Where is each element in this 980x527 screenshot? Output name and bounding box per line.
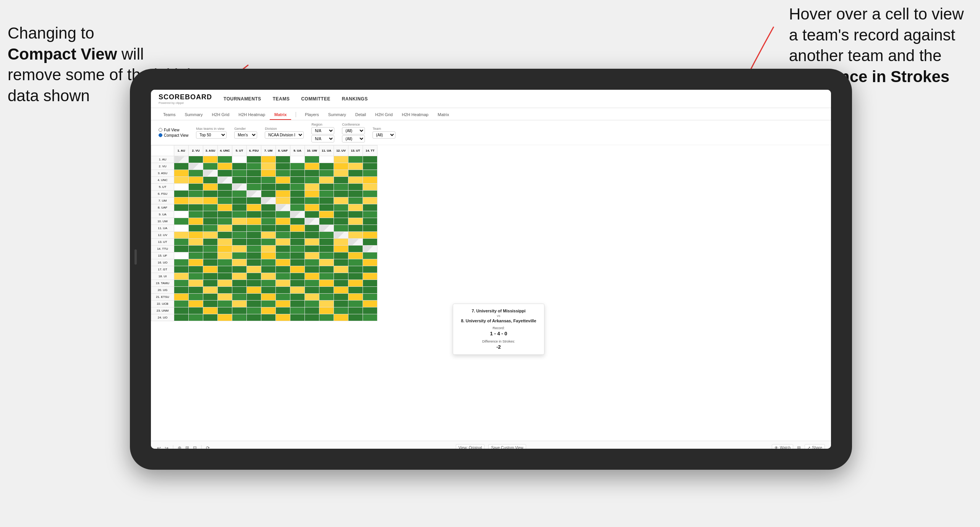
matrix-cell[interactable] <box>218 170 232 177</box>
matrix-cell[interactable] <box>232 280 247 287</box>
matrix-cell[interactable] <box>363 266 377 273</box>
matrix-cell[interactable] <box>334 314 348 321</box>
matrix-cell[interactable] <box>334 191 348 197</box>
matrix-cell[interactable] <box>174 204 189 211</box>
matrix-cell[interactable] <box>305 314 319 321</box>
subnav-teams[interactable]: Teams <box>159 112 180 120</box>
matrix-cell[interactable] <box>174 273 189 280</box>
matrix-cell[interactable] <box>348 218 363 225</box>
matrix-cell[interactable] <box>305 232 319 239</box>
matrix-cell[interactable] <box>189 266 203 273</box>
matrix-cell[interactable] <box>189 239 203 246</box>
matrix-cell[interactable] <box>174 211 189 218</box>
matrix-cell[interactable] <box>261 252 276 259</box>
matrix-cell[interactable] <box>247 301 261 307</box>
matrix-cell[interactable] <box>305 184 319 191</box>
matrix-cell[interactable] <box>276 280 290 287</box>
subnav-players-h2h-grid[interactable]: H2H Grid <box>371 112 397 120</box>
matrix-cell[interactable] <box>247 252 261 259</box>
matrix-cell[interactable] <box>189 259 203 266</box>
matrix-cell[interactable] <box>319 218 334 225</box>
matrix-cell[interactable] <box>261 218 276 225</box>
matrix-cell[interactable] <box>290 294 305 301</box>
matrix-cell[interactable] <box>261 280 276 287</box>
matrix-cell[interactable] <box>203 170 218 177</box>
matrix-cell[interactable] <box>290 314 305 321</box>
matrix-cell[interactable] <box>276 218 290 225</box>
matrix-cell[interactable] <box>203 252 218 259</box>
matrix-cell[interactable] <box>334 218 348 225</box>
matrix-cell[interactable] <box>334 301 348 307</box>
matrix-cell[interactable] <box>363 287 377 294</box>
matrix-cell[interactable] <box>363 239 377 246</box>
matrix-cell[interactable] <box>203 163 218 170</box>
matrix-cell[interactable] <box>363 163 377 170</box>
matrix-cell[interactable] <box>218 246 232 252</box>
matrix-cell[interactable] <box>290 307 305 314</box>
matrix-cell[interactable] <box>189 170 203 177</box>
matrix-cell[interactable] <box>232 211 247 218</box>
matrix-cell[interactable] <box>261 211 276 218</box>
matrix-cell[interactable] <box>319 239 334 246</box>
matrix-cell[interactable] <box>319 211 334 218</box>
matrix-cell[interactable] <box>348 246 363 252</box>
matrix-cell[interactable] <box>218 239 232 246</box>
matrix-cell[interactable] <box>247 307 261 314</box>
matrix-cell[interactable] <box>247 204 261 211</box>
subnav-h2h-grid[interactable]: H2H Grid <box>207 112 234 120</box>
matrix-cell[interactable] <box>203 156 218 163</box>
matrix-cell[interactable] <box>247 211 261 218</box>
matrix-cell[interactable] <box>348 301 363 307</box>
matrix-cell[interactable] <box>232 259 247 266</box>
matrix-cell[interactable] <box>305 266 319 273</box>
matrix-cell[interactable] <box>319 232 334 239</box>
matrix-cell[interactable] <box>189 287 203 294</box>
matrix-cell[interactable] <box>189 211 203 218</box>
reset-icon[interactable]: ⊟ <box>193 445 197 449</box>
matrix-cell[interactable] <box>363 252 377 259</box>
save-custom-button[interactable]: Save Custom View <box>488 444 526 449</box>
matrix-cell[interactable] <box>305 287 319 294</box>
matrix-cell[interactable] <box>276 294 290 301</box>
matrix-cell[interactable] <box>319 280 334 287</box>
nav-committee[interactable]: COMMITTEE <box>301 96 330 102</box>
matrix-cell[interactable] <box>218 314 232 321</box>
matrix-cell[interactable] <box>174 163 189 170</box>
matrix-cell[interactable] <box>203 259 218 266</box>
share-button[interactable]: ↗ Share <box>805 444 825 449</box>
undo-icon[interactable]: ↩ <box>157 445 161 449</box>
matrix-cell[interactable] <box>290 204 305 211</box>
matrix-cell[interactable] <box>247 273 261 280</box>
matrix-cell[interactable] <box>247 184 261 191</box>
subnav-players-summary[interactable]: Summary <box>324 112 351 120</box>
matrix-cell[interactable] <box>203 211 218 218</box>
team-select[interactable]: (All) <box>373 131 395 139</box>
matrix-cell[interactable] <box>363 259 377 266</box>
matrix-cell[interactable] <box>305 301 319 307</box>
matrix-cell[interactable] <box>334 225 348 232</box>
matrix-cell[interactable] <box>189 273 203 280</box>
matrix-cell[interactable] <box>363 197 377 204</box>
matrix-cell[interactable] <box>363 156 377 163</box>
matrix-cell[interactable] <box>203 239 218 246</box>
gender-select[interactable]: Men's <box>234 131 257 139</box>
matrix-cell[interactable] <box>363 177 377 184</box>
matrix-cell[interactable] <box>290 301 305 307</box>
matrix-cell[interactable] <box>348 184 363 191</box>
matrix-cell[interactable] <box>261 294 276 301</box>
matrix-cell[interactable] <box>276 177 290 184</box>
matrix-cell[interactable] <box>363 184 377 191</box>
matrix-cell[interactable] <box>348 177 363 184</box>
matrix-cell[interactable] <box>232 218 247 225</box>
matrix-cell[interactable] <box>247 266 261 273</box>
matrix-cell[interactable] <box>174 266 189 273</box>
matrix-cell[interactable] <box>290 191 305 197</box>
matrix-cell[interactable] <box>247 246 261 252</box>
matrix-cell[interactable] <box>276 232 290 239</box>
matrix-cell[interactable] <box>232 266 247 273</box>
matrix-cell[interactable] <box>305 259 319 266</box>
matrix-cell[interactable] <box>363 301 377 307</box>
matrix-cell[interactable] <box>276 156 290 163</box>
matrix-cell[interactable] <box>218 252 232 259</box>
matrix-cell[interactable] <box>305 218 319 225</box>
